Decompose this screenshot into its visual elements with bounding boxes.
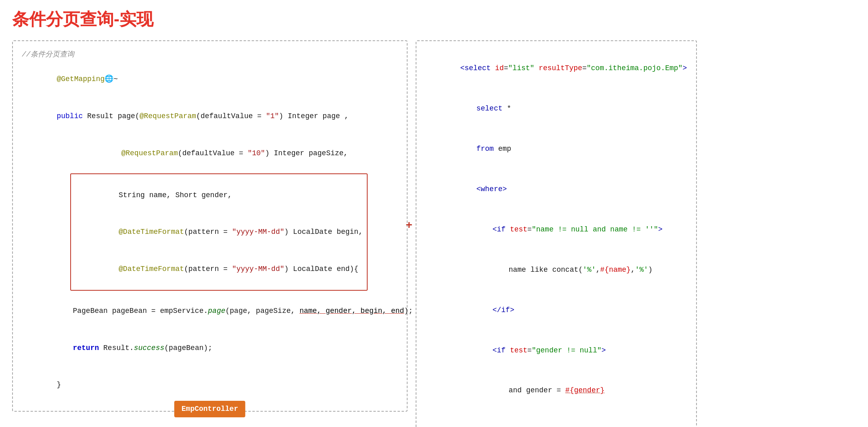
xml-if-gender-close: </if> <box>458 411 687 427</box>
code-comment: //条件分页查询 <box>22 48 398 61</box>
left-column: //条件分页查询 @GetMapping🌐~ public Result pag… <box>12 40 408 427</box>
xml-where-open: <where> <box>441 169 687 210</box>
main-content: //条件分页查询 @GetMapping🌐~ public Result pag… <box>12 40 856 427</box>
page-title: 条件分页查询-实现 <box>12 8 856 31</box>
xml-name-like: name like concat('%',#{name},'%') <box>474 250 687 290</box>
xml-select-open: <select id="list" resultType="com.itheim… <box>425 48 687 89</box>
code-line-1: public Result page(@RequestParam(default… <box>22 98 398 135</box>
code-annotation: @GetMapping🌐~ <box>22 61 398 98</box>
annotation-symbol: 🌐~ <box>105 75 118 83</box>
code-line-pagebean: PageBean pageBean = empService.page(page… <box>38 292 398 329</box>
xml-from-emp: from emp <box>441 129 687 169</box>
hl-line-2: @DateTimeFormat(pattern = "yyyy-MM-dd") … <box>75 214 363 251</box>
plus-icon: + <box>406 217 412 236</box>
emp-controller-box: //条件分页查询 @GetMapping🌐~ public Result pag… <box>12 40 408 412</box>
hl-line-3: @DateTimeFormat(pattern = "yyyy-MM-dd") … <box>75 251 363 288</box>
emp-controller-badge: EmpController <box>174 401 245 417</box>
hl-line-1: String name, Short gender, <box>75 177 363 214</box>
code-closing: } <box>22 367 398 404</box>
annotation-getmapping: @GetMapping <box>56 75 105 83</box>
xml-gender-and: and gender = #{gender} <box>474 371 687 411</box>
xml-if-name-open: <if test="name != null and name != ''"> <box>458 210 687 250</box>
xml-select-star: select * <box>441 89 687 129</box>
right-column: <select id="list" resultType="com.itheim… <box>416 40 697 427</box>
xml-if-name-close: </if> <box>458 290 687 330</box>
code-line-return: return Result.success(pageBean); <box>38 329 398 367</box>
highlighted-params-box: String name, Short gender, @DateTimeForm… <box>70 173 368 291</box>
code-line-2: @RequestParam(defaultValue = "10") Integ… <box>86 135 398 172</box>
xml-if-gender-open: <if test="gender != null"> <box>458 330 687 371</box>
emp-mapper-xml-box: <select id="list" resultType="com.itheim… <box>416 40 697 427</box>
